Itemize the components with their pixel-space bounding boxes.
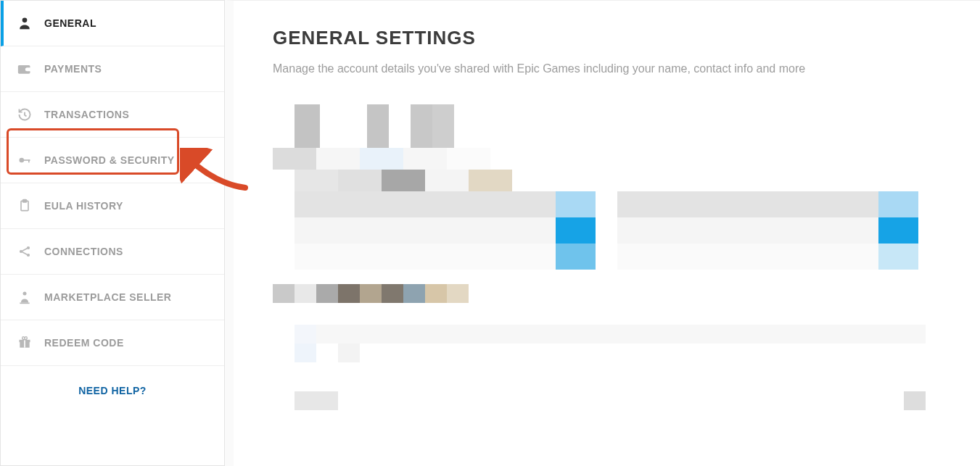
- sidebar-item-label: EULA HISTORY: [44, 200, 123, 212]
- person-icon: [17, 15, 33, 31]
- sidebar-item-label: TRANSACTIONS: [44, 109, 129, 120]
- sidebar-item-transactions[interactable]: TRANSACTIONS: [1, 92, 224, 138]
- page-title: GENERAL SETTINGS: [273, 27, 941, 49]
- sidebar-item-label: REDEEM CODE: [44, 337, 124, 349]
- sidebar-item-password-security[interactable]: PASSWORD & SECURITY: [1, 138, 224, 183]
- gift-icon: [17, 335, 33, 351]
- sidebar-item-label: PASSWORD & SECURITY: [44, 154, 175, 166]
- wallet-icon: [17, 61, 33, 77]
- sidebar-item-label: GENERAL: [44, 17, 96, 29]
- sidebar-item-label: MARKETPLACE SELLER: [44, 291, 171, 303]
- sidebar-item-label: PAYMENTS: [44, 63, 102, 75]
- key-icon: [17, 152, 33, 168]
- svg-rect-4: [28, 159, 30, 162]
- page-subtitle: Manage the account details you've shared…: [273, 62, 941, 75]
- svg-rect-6: [23, 200, 27, 202]
- sidebar-item-eula-history[interactable]: EULA HISTORY: [1, 183, 224, 229]
- sidebar-item-marketplace-seller[interactable]: MARKETPLACE SELLER: [1, 275, 224, 320]
- sidebar: GENERAL PAYMENTS TRANSACTIONS PASSWORD &…: [0, 0, 225, 466]
- svg-point-1: [27, 69, 28, 70]
- sidebar-item-payments[interactable]: PAYMENTS: [1, 46, 224, 92]
- seller-icon: [17, 289, 33, 305]
- history-icon: [17, 107, 33, 122]
- svg-rect-11: [20, 303, 29, 304]
- sidebar-item-connections[interactable]: CONNECTIONS: [1, 229, 224, 275]
- svg-point-10: [23, 292, 27, 296]
- main-content: GENERAL SETTINGS Manage the account deta…: [225, 0, 980, 466]
- help-link-label: NEED HELP?: [78, 385, 147, 396]
- svg-rect-14: [24, 340, 25, 348]
- share-icon: [17, 244, 33, 259]
- need-help-link[interactable]: NEED HELP?: [1, 366, 224, 412]
- svg-point-0: [22, 18, 28, 23]
- clipboard-icon: [17, 198, 33, 214]
- sidebar-item-general[interactable]: GENERAL: [1, 1, 224, 46]
- redacted-content-area: [273, 104, 941, 410]
- sidebar-item-redeem-code[interactable]: REDEEM CODE: [1, 320, 224, 366]
- svg-point-2: [20, 158, 25, 163]
- sidebar-item-label: CONNECTIONS: [44, 246, 123, 257]
